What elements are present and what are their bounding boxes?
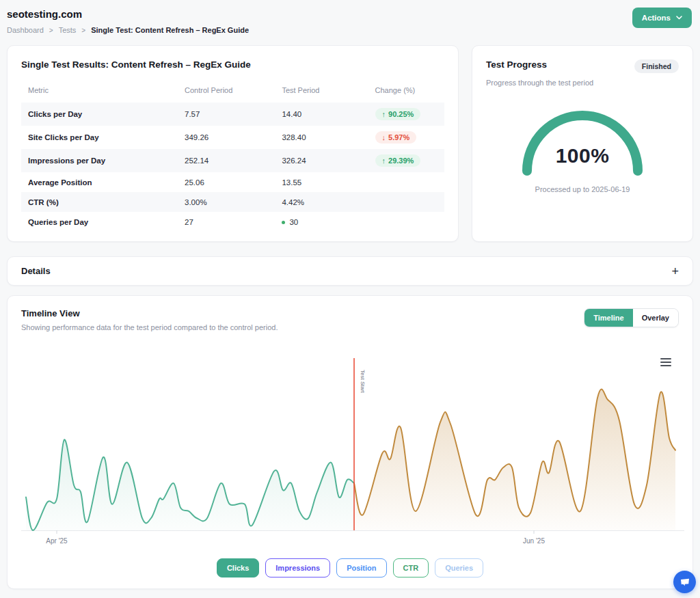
toggle-timeline-button[interactable]: Timeline: [584, 309, 632, 327]
change-badge: ↑29.39%: [375, 154, 421, 167]
test-value: 328.40: [275, 126, 368, 149]
details-title: Details: [21, 266, 51, 276]
metric-label: Average Position: [21, 172, 178, 192]
col-control: Control Period: [178, 82, 275, 103]
metric-button-position[interactable]: Position: [336, 558, 386, 577]
chat-icon: [679, 576, 691, 588]
test-value: 4.42%: [275, 192, 368, 212]
timeline-subtitle: Showing performance data for the test pe…: [21, 323, 679, 331]
breadcrumb-current: Single Test: Content Refresh – RegEx Gui…: [91, 26, 249, 34]
test-value: 326.24: [275, 149, 368, 172]
table-row: Impressions per Day 252.14 326.24 ↑29.39…: [21, 149, 444, 172]
page: seotesting.com Dashboard > Tests > Singl…: [0, 0, 700, 598]
progress-card: Test Progress Finished Progress through …: [472, 45, 693, 242]
breadcrumb-separator-icon: >: [49, 27, 53, 34]
arrow-down-icon: ↓: [382, 133, 386, 141]
top-row: Single Test Results: Content Refresh – R…: [7, 45, 693, 242]
metric-button-impressions[interactable]: Impressions: [265, 558, 330, 577]
control-value: 252.14: [178, 149, 275, 172]
progress-subtitle: Progress through the test period: [486, 79, 679, 87]
metric-button-ctr[interactable]: CTR: [393, 558, 429, 577]
x-axis-label: Apr '25: [46, 537, 68, 545]
green-dot-icon: [282, 221, 285, 224]
table-row: Average Position 25.06 13.55: [21, 172, 444, 192]
progress-percent: 100%: [517, 144, 647, 167]
metric-label: Site Clicks per Day: [21, 126, 178, 149]
results-title: Single Test Results: Content Refresh – R…: [21, 59, 444, 70]
col-test: Test Period: [275, 82, 368, 103]
processed-text: Processed up to 2025-06-19: [486, 185, 679, 193]
control-value: 27: [178, 212, 275, 232]
progress-title: Test Progress: [486, 59, 547, 70]
actions-button[interactable]: Actions: [632, 8, 692, 28]
progress-gauge: 100%: [517, 105, 647, 178]
col-metric: Metric: [21, 82, 178, 103]
test-value: 30: [275, 212, 368, 232]
series-area-0: [26, 439, 354, 530]
results-card: Single Test Results: Content Refresh – R…: [7, 45, 459, 242]
timeline-card: Timeline View Showing performance data f…: [7, 295, 693, 589]
metric-label: Impressions per Day: [21, 149, 178, 172]
timeline-chart: Test StartApr '25Jun '25: [21, 356, 684, 551]
test-start-label: Test Start: [360, 370, 366, 394]
metric-button-clicks[interactable]: Clicks: [217, 558, 259, 577]
control-value: 349.26: [178, 126, 275, 149]
col-change: Change (%): [368, 82, 444, 103]
header: seotesting.com Dashboard > Tests > Singl…: [7, 7, 693, 34]
metric-label: CTR (%): [21, 192, 178, 212]
breadcrumb: Dashboard > Tests > Single Test: Content…: [7, 26, 693, 34]
metrics-table: Metric Control Period Test Period Change…: [21, 82, 444, 232]
view-toggle: Timeline Overlay: [584, 308, 679, 327]
breadcrumb-tests[interactable]: Tests: [59, 26, 77, 34]
status-badge: Finished: [634, 59, 679, 73]
arrow-up-icon: ↑: [382, 157, 386, 165]
control-value: 3.00%: [178, 192, 275, 212]
test-value: 14.40: [275, 103, 368, 126]
test-value: 13.55: [275, 172, 368, 192]
metric-label: Clicks per Day: [21, 103, 178, 126]
table-row: Site Clicks per Day 349.26 328.40 ↓5.97%: [21, 126, 444, 149]
series-area-1: [354, 390, 675, 530]
change-badge: ↓5.97%: [375, 131, 417, 144]
table-row: Clicks per Day 7.57 14.40 ↑90.25%: [21, 103, 444, 126]
metric-buttons-row: ClicksImpressionsPositionCTRQueries: [8, 558, 692, 577]
site-title: seotesting.com: [7, 7, 693, 20]
details-section[interactable]: Details +: [7, 256, 693, 286]
breadcrumb-dashboard[interactable]: Dashboard: [7, 26, 44, 34]
control-value: 25.06: [178, 172, 275, 192]
control-value: 7.57: [178, 103, 275, 126]
metric-button-queries[interactable]: Queries: [435, 558, 483, 577]
chart-svg: Test StartApr '25Jun '25: [21, 356, 684, 551]
arrow-up-icon: ↑: [382, 110, 386, 118]
x-axis-label: Jun '25: [523, 537, 545, 545]
table-row: CTR (%) 3.00% 4.42%: [21, 192, 444, 212]
metric-label: Queries per Day: [21, 212, 178, 232]
plus-icon[interactable]: +: [671, 265, 679, 277]
toggle-overlay-button[interactable]: Overlay: [633, 309, 678, 327]
breadcrumb-separator-icon: >: [81, 27, 85, 34]
timeline-title: Timeline View: [21, 308, 679, 318]
change-badge: ↑90.25%: [375, 108, 421, 120]
chevron-down-icon: [676, 16, 682, 20]
table-row: Queries per Day 27 30: [21, 212, 444, 232]
chat-bubble-button[interactable]: [673, 571, 696, 593]
